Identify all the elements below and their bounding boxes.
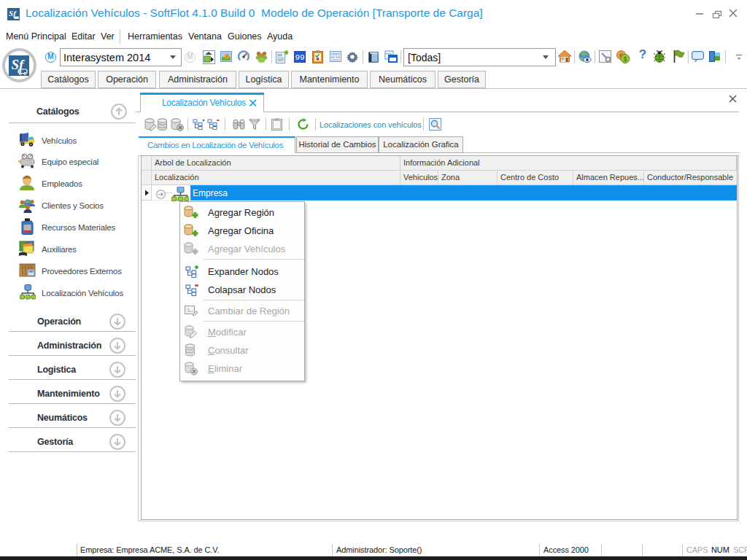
svg-text:99: 99 xyxy=(295,53,304,62)
svg-text:Sf: Sf xyxy=(9,9,17,18)
svg-text:$: $ xyxy=(623,55,627,63)
